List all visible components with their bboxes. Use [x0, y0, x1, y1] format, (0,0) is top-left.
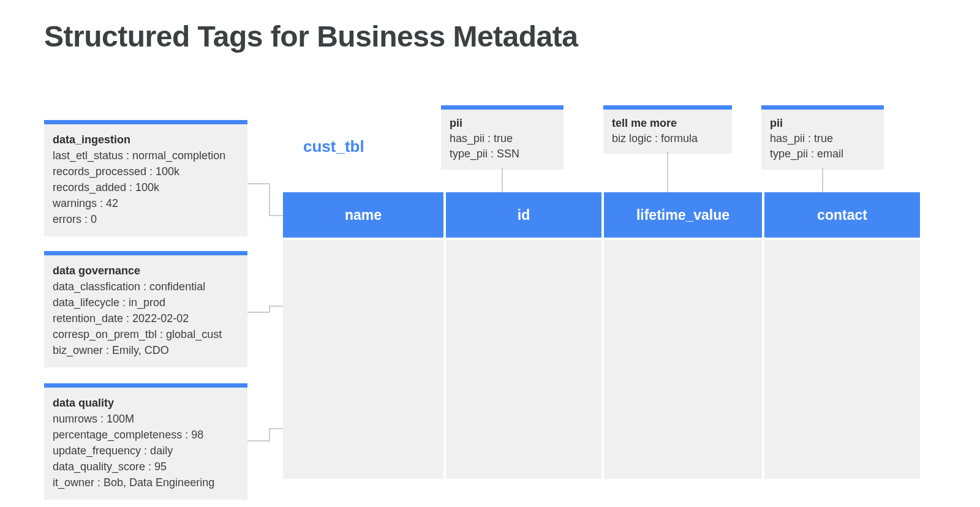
tag-row: errors : 0: [53, 211, 239, 227]
table-body-lifetime-value: [604, 240, 762, 479]
tag-row: last_etl_status : normal_completion: [53, 148, 239, 163]
tag-card-data-ingestion: data_ingestion last_etl_status : normal_…: [44, 120, 247, 236]
tag-row: biz_owner : Emily, CDO: [53, 342, 239, 358]
tag-row: data_classfication : confidential: [53, 279, 239, 295]
tag-card-data-governance: data governance data_classfication : con…: [44, 251, 247, 367]
column-tag-contact: pii has_pii : true type_pii : email: [761, 105, 884, 170]
tag-row: retention_date : 2022-02-02: [53, 310, 239, 326]
tag-row: data_lifecycle : in_prod: [53, 295, 239, 310]
tag-row: data_quality_score : 95: [53, 459, 239, 475]
table-header-contact: contact: [764, 192, 920, 238]
tag-row: corresp_on_prem_tbl : global_cust: [53, 326, 239, 342]
column-tag-lifetime-value: tell me more biz logic : formula: [603, 105, 732, 154]
column-tag-id: pii has_pii : true type_pii : SSN: [441, 105, 564, 170]
tag-title: tell me more: [612, 116, 723, 131]
page-title: Structured Tags for Business Metadata: [44, 20, 578, 53]
tag-row: type_pii : email: [770, 146, 875, 162]
tag-title: data governance: [53, 263, 239, 279]
tag-row: has_pii : true: [450, 131, 555, 146]
tag-row: percentage_completeness : 98: [53, 427, 239, 443]
tag-card-data-quality: data quality numrows : 100M percentage_c…: [44, 383, 247, 500]
tag-row: biz logic : formula: [612, 131, 723, 146]
tag-title: data_ingestion: [53, 132, 239, 148]
tag-row: update_frequency : daily: [53, 443, 239, 459]
table-body-name: [283, 240, 443, 479]
table-header-name: name: [283, 192, 443, 238]
table-body-id: [446, 240, 601, 479]
tag-row: has_pii : true: [770, 131, 875, 146]
tag-title: pii: [450, 116, 555, 131]
table-body-contact: [764, 240, 920, 479]
tag-row: records_added : 100k: [53, 179, 239, 195]
tag-title: pii: [770, 116, 875, 131]
tag-row: records_processed : 100k: [53, 163, 239, 179]
tag-row: numrows : 100M: [53, 411, 239, 427]
tag-row: type_pii : SSN: [450, 146, 555, 162]
table-name-label: cust_tbl: [303, 137, 364, 156]
table-header-lifetime-value: lifetime_value: [604, 192, 762, 238]
tag-row: it_owner : Bob, Data Engineering: [53, 475, 239, 490]
table-header-id: id: [446, 192, 601, 238]
tag-title: data quality: [53, 395, 239, 411]
tag-row: warnings : 42: [53, 195, 239, 211]
